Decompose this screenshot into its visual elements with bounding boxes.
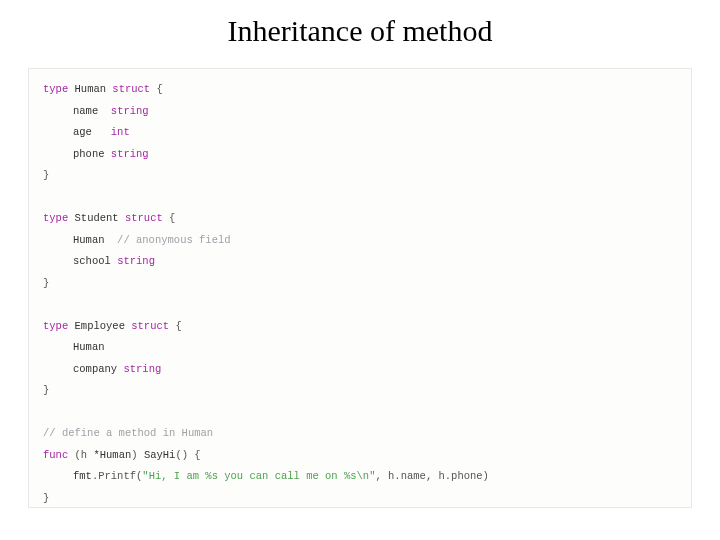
paren: (	[68, 449, 81, 461]
struct-name: Human	[75, 83, 107, 95]
type: string	[111, 148, 149, 160]
type: string	[123, 363, 161, 375]
rest: , h.name, h.phone)	[375, 470, 488, 482]
blank-line	[43, 294, 677, 316]
brace-open: {	[150, 83, 163, 95]
kw-type: type	[43, 83, 68, 95]
comment: // anonymous field	[105, 234, 231, 246]
field: Human	[73, 341, 105, 353]
pkg: fmt	[73, 470, 92, 482]
brace-close: }	[43, 277, 49, 289]
code-line: }	[43, 488, 677, 508]
field: age	[73, 126, 92, 138]
code-line: // define a method in Human	[43, 423, 677, 445]
code-line: school string	[43, 251, 677, 273]
code-line: company string	[43, 359, 677, 381]
type: string	[117, 255, 155, 267]
method-name: SayHi	[144, 449, 176, 461]
recv-type: *Human	[93, 449, 131, 461]
code-line: Human // anonymous field	[43, 230, 677, 252]
code-line: }	[43, 165, 677, 187]
kw-func: func	[43, 449, 68, 461]
code-line: Human	[43, 337, 677, 359]
args: ()	[175, 449, 188, 461]
blank-line	[43, 187, 677, 209]
field: school	[73, 255, 111, 267]
brace-open: {	[169, 320, 182, 332]
code-line: func (h *Human) SayHi() {	[43, 445, 677, 467]
blank-line	[43, 402, 677, 424]
slide: Inheritance of method type Human struct …	[0, 0, 720, 540]
code-line: fmt.Printf("Hi, I am %s you can call me …	[43, 466, 677, 488]
comment: // define a method in Human	[43, 427, 213, 439]
brace-close: }	[43, 169, 49, 181]
kw-struct: struct	[125, 212, 163, 224]
field: Human	[73, 234, 105, 246]
kw-struct: struct	[131, 320, 169, 332]
slide-title: Inheritance of method	[0, 0, 720, 58]
field: name	[73, 105, 98, 117]
field: phone	[73, 148, 105, 160]
code-line: type Employee struct {	[43, 316, 677, 338]
brace-open: {	[188, 449, 201, 461]
space	[98, 105, 111, 117]
struct-name: Employee	[75, 320, 125, 332]
brace-close: }	[43, 384, 49, 396]
brace-close: }	[43, 492, 49, 504]
code-line: type Student struct {	[43, 208, 677, 230]
recv-var: h	[81, 449, 94, 461]
code-block: type Human struct { name string age int …	[28, 68, 692, 508]
string: "Hi, I am %s you can call me on %s\n"	[142, 470, 375, 482]
code-line: name string	[43, 101, 677, 123]
code-line: phone string	[43, 144, 677, 166]
struct-name: Student	[75, 212, 119, 224]
field: company	[73, 363, 117, 375]
type: string	[111, 105, 149, 117]
kw-struct: struct	[112, 83, 150, 95]
code-line: }	[43, 273, 677, 295]
brace-open: {	[163, 212, 176, 224]
code-line: type Human struct {	[43, 79, 677, 101]
call: .Printf(	[92, 470, 142, 482]
kw-type: type	[43, 212, 68, 224]
space	[92, 126, 111, 138]
code-line: }	[43, 380, 677, 402]
kw-type: type	[43, 320, 68, 332]
type: int	[111, 126, 130, 138]
code-line: age int	[43, 122, 677, 144]
